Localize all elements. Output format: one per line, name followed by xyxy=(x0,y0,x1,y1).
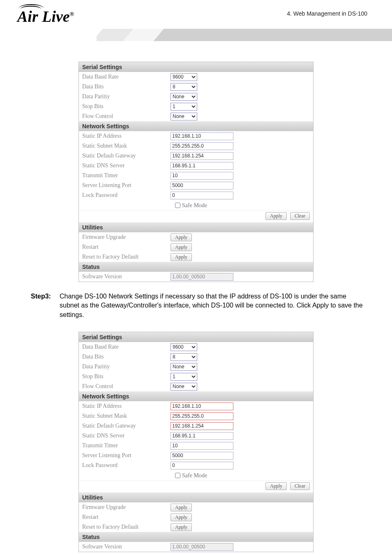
label-bits: Data Bits xyxy=(82,83,171,90)
restart-apply-button[interactable]: Apply xyxy=(171,243,192,251)
clear-button[interactable]: Clear xyxy=(290,482,310,490)
restart-apply-button[interactable]: Apply xyxy=(171,513,192,521)
label-mask: Static Subnet Mask xyxy=(82,143,171,149)
gw-input[interactable] xyxy=(171,152,233,160)
label-timer: Transmit Timer xyxy=(82,172,171,179)
section-network: Network Settings xyxy=(79,391,313,401)
label-mask: Static Subnet Mask xyxy=(82,413,171,419)
label-version: Software Version xyxy=(82,543,171,550)
settings-panel-1: Serial Settings Data Baud Rate9600 Data … xyxy=(78,62,314,282)
brand-logo: Air Live® xyxy=(17,7,74,25)
parity-select[interactable]: None xyxy=(171,93,197,101)
lock-input[interactable] xyxy=(171,462,233,469)
port-input[interactable] xyxy=(171,452,233,460)
section-serial: Serial Settings xyxy=(79,62,313,72)
flow-select[interactable]: None xyxy=(171,383,197,391)
baud-select[interactable]: 9600 xyxy=(171,73,197,81)
dns-input[interactable] xyxy=(171,162,233,170)
label-gw: Static Default Gateway xyxy=(82,153,171,159)
label-restart: Restart xyxy=(82,514,171,520)
flow-select[interactable]: None xyxy=(171,113,197,120)
label-restart: Restart xyxy=(82,244,171,250)
stop-select[interactable]: 1 xyxy=(171,103,197,111)
reset-apply-button[interactable]: Apply xyxy=(171,253,192,261)
section-status: Status xyxy=(79,532,313,542)
label-port: Server Listening Port xyxy=(82,182,171,189)
label-dns: Static DNS Server xyxy=(82,432,171,439)
label-lock: Lock Password xyxy=(82,192,171,199)
section-serial: Serial Settings xyxy=(79,332,313,342)
label-flow: Flow Control xyxy=(82,383,171,390)
label-baud: Data Baud Rate xyxy=(82,74,171,80)
label-version: Software Version xyxy=(82,273,171,280)
ip-input[interactable] xyxy=(171,402,233,410)
chapter-title: 4. Web Management in DS-100 xyxy=(287,10,367,17)
settings-panel-2: Serial Settings Data Baud Rate9600 Data … xyxy=(78,332,314,552)
step3-block: Step3: Change DS-100 Network Settings if… xyxy=(31,292,367,319)
label-baud: Data Baud Rate xyxy=(82,344,171,350)
label-parity: Data Paritiy xyxy=(82,363,171,370)
step3-text: Change DS-100 Network Settings if necess… xyxy=(60,292,367,319)
version-field xyxy=(171,543,233,551)
label-reset: Reset to Factory Default xyxy=(82,524,171,530)
label-parity: Data Paritiy xyxy=(82,93,171,100)
gw-input[interactable] xyxy=(171,422,233,430)
logo-text: Air Live xyxy=(17,8,70,25)
label-reset: Reset to Factory Default xyxy=(82,254,171,260)
label-dns: Static DNS Server xyxy=(82,162,171,169)
section-utilities: Utilities xyxy=(79,222,313,232)
stop-select[interactable]: 1 xyxy=(171,373,197,381)
parity-select[interactable]: None xyxy=(171,363,197,371)
dns-input[interactable] xyxy=(171,432,233,440)
apply-button[interactable]: Apply xyxy=(265,482,287,490)
label-bits: Data Bits xyxy=(82,354,171,360)
page-header: Air Live® 4. Web Management in DS-100 xyxy=(0,0,392,49)
mask-input[interactable] xyxy=(171,142,233,150)
label-gw: Static Default Gateway xyxy=(82,423,171,429)
section-status: Status xyxy=(79,262,313,272)
reset-apply-button[interactable]: Apply xyxy=(171,523,192,531)
header-band xyxy=(97,29,392,41)
section-network: Network Settings xyxy=(79,121,313,131)
baud-select[interactable]: 9600 xyxy=(171,343,197,351)
label-safe: Safe Mode xyxy=(182,202,207,209)
label-timer: Transmit Timer xyxy=(82,442,171,449)
label-lock: Lock Password xyxy=(82,462,171,469)
safe-mode-checkbox[interactable] xyxy=(175,203,180,208)
label-safe: Safe Mode xyxy=(182,472,207,479)
port-input[interactable] xyxy=(171,182,233,190)
lock-input[interactable] xyxy=(171,192,233,199)
section-utilities: Utilities xyxy=(79,493,313,502)
label-ip: Static IP Address xyxy=(82,133,171,139)
timer-input[interactable] xyxy=(171,172,233,180)
apply-button[interactable]: Apply xyxy=(265,212,287,220)
label-stop: Stop Bits xyxy=(82,373,171,380)
bits-select[interactable]: 8 xyxy=(171,353,197,361)
ip-input[interactable] xyxy=(171,132,233,140)
label-fw: Firmware Upgrade xyxy=(82,504,171,511)
version-field xyxy=(171,273,233,281)
step3-tag: Step3: xyxy=(31,292,60,319)
label-flow: Flow Control xyxy=(82,113,171,120)
bits-select[interactable]: 8 xyxy=(171,83,197,91)
safe-mode-checkbox[interactable] xyxy=(175,473,180,478)
fw-apply-button[interactable]: Apply xyxy=(171,234,192,241)
fw-apply-button[interactable]: Apply xyxy=(171,504,192,511)
label-stop: Stop Bits xyxy=(82,103,171,110)
clear-button[interactable]: Clear xyxy=(290,212,310,220)
label-ip: Static IP Address xyxy=(82,403,171,409)
registered-icon: ® xyxy=(70,11,74,17)
mask-input[interactable] xyxy=(171,412,233,420)
label-port: Server Listening Port xyxy=(82,452,171,459)
timer-input[interactable] xyxy=(171,442,233,450)
label-fw: Firmware Upgrade xyxy=(82,234,171,240)
